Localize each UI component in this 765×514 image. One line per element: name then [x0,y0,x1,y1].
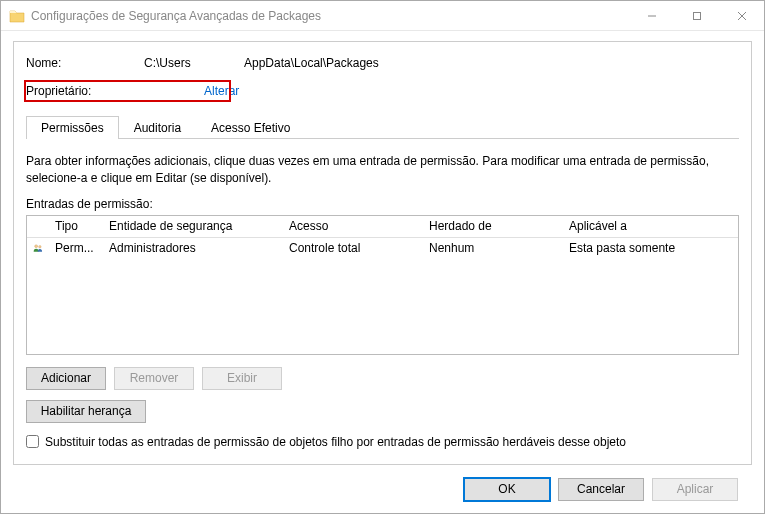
titlebar: Configurações de Segurança Avançadas de … [1,1,764,31]
cell-acesso: Controle total [283,241,423,255]
permissions-list[interactable]: Tipo Entidade de segurança Acesso Herdad… [26,215,739,355]
svg-point-5 [39,245,42,248]
name-value-1: C:\Users [144,56,244,70]
view-button: Exibir [202,367,282,390]
close-button[interactable] [719,1,764,30]
folder-icon [9,8,25,24]
apply-button: Aplicar [652,478,738,501]
main-panel: Nome: C:\Users AppData\Local\Packages Pr… [13,41,752,465]
cancel-button[interactable]: Cancelar [558,478,644,501]
owner-label: Proprietário: [26,84,144,98]
window-controls [629,1,764,30]
col-entidade[interactable]: Entidade de segurança [103,219,283,233]
table-row[interactable]: Perm... Administradores Controle total N… [27,238,738,258]
col-acesso[interactable]: Acesso [283,219,423,233]
replace-children-label: Substituir todas as entradas de permissã… [45,435,626,449]
users-icon [27,241,49,255]
tab-permissions[interactable]: Permissões [26,116,119,139]
change-owner-link[interactable]: Alterar [204,84,239,98]
tabstrip: Permissões Auditoria Acesso Efetivo [26,116,739,139]
tab-effective-access[interactable]: Acesso Efetivo [196,116,305,139]
enable-inheritance-button[interactable]: Habilitar herança [26,400,146,423]
name-row: Nome: C:\Users AppData\Local\Packages [26,54,739,72]
list-buttons: Adicionar Remover Exibir [26,367,739,390]
cell-aplicavel: Esta pasta somente [563,241,738,255]
col-tipo[interactable]: Tipo [49,219,103,233]
advanced-security-dialog: Configurações de Segurança Avançadas de … [0,0,765,514]
tab-auditing[interactable]: Auditoria [119,116,196,139]
svg-rect-1 [693,12,700,19]
svg-point-4 [35,244,38,247]
help-text: Para obter informações adicionais, cliqu… [26,153,739,187]
col-herdado[interactable]: Herdado de [423,219,563,233]
add-button[interactable]: Adicionar [26,367,106,390]
cell-herdado: Nenhum [423,241,563,255]
cell-entidade: Administradores [103,241,283,255]
maximize-button[interactable] [674,1,719,30]
ok-button[interactable]: OK [464,478,550,501]
owner-row: Proprietário: Alterar [26,82,739,100]
list-header: Tipo Entidade de segurança Acesso Herdad… [27,216,738,238]
cell-tipo: Perm... [49,241,103,255]
remove-button: Remover [114,367,194,390]
replace-children-row[interactable]: Substituir todas as entradas de permissã… [26,435,739,449]
dialog-button-bar: OK Cancelar Aplicar [13,465,752,513]
minimize-button[interactable] [629,1,674,30]
name-label: Nome: [26,56,144,70]
col-aplicavel[interactable]: Aplicável a [563,219,738,233]
name-value-2: AppData\Local\Packages [244,56,379,70]
list-caption: Entradas de permissão: [26,197,739,211]
window-title: Configurações de Segurança Avançadas de … [31,9,629,23]
replace-children-checkbox[interactable] [26,435,39,448]
